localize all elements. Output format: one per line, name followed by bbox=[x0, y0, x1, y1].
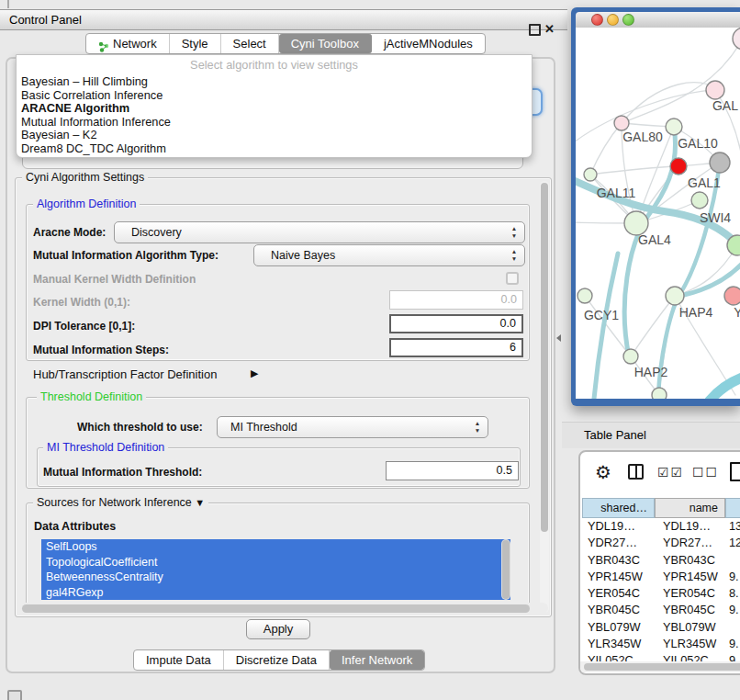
tab-select[interactable]: Select bbox=[221, 34, 279, 53]
scrollbar-thumb[interactable] bbox=[502, 540, 510, 599]
tab-network[interactable]: Network bbox=[86, 34, 170, 53]
attribute-item[interactable]: BetweennessCentrality bbox=[41, 570, 510, 585]
divider-collapse-icon[interactable] bbox=[556, 334, 561, 342]
network-node-label: HAP4 bbox=[679, 305, 713, 320]
columns-icon[interactable] bbox=[628, 464, 644, 480]
column-header-name[interactable]: name bbox=[655, 498, 725, 518]
attribute-item[interactable]: TopologicalCoefficient bbox=[41, 555, 510, 570]
table-cell: YBR045C bbox=[588, 602, 640, 618]
tab-infer-network[interactable]: Infer Network bbox=[330, 650, 424, 670]
mi-threshold-group-title: MI Threshold Definition bbox=[43, 441, 168, 454]
table-row[interactable]: YLR345WYLR345W9. bbox=[580, 636, 740, 652]
table-row[interactable]: YDR27…YDR27…12 bbox=[580, 535, 740, 551]
float-window-icon[interactable] bbox=[529, 24, 541, 36]
tab-cyni-toolbox[interactable]: Cyni Toolbox bbox=[279, 34, 372, 53]
network-window[interactable]: GALGAL80GAL10GAL1GAL11SWI4GAL4GCY1HAP4YH… bbox=[571, 7, 740, 406]
mi-steps-field[interactable]: 6 bbox=[389, 338, 523, 357]
table-row[interactable]: YER054CYER054C8. bbox=[580, 585, 740, 602]
dpi-tolerance-field[interactable]: 0.0 bbox=[389, 314, 523, 333]
manual-kernel-checkbox[interactable] bbox=[506, 272, 519, 285]
attributes-scrollbar-track[interactable] bbox=[501, 539, 510, 600]
table-cell: YBR045C bbox=[663, 602, 715, 618]
scrollbar-thumb[interactable] bbox=[22, 604, 530, 613]
mi-threshold-field[interactable]: 0.5 bbox=[386, 461, 519, 480]
tab-style[interactable]: Style bbox=[170, 34, 221, 53]
network-node-label: GAL bbox=[712, 98, 738, 113]
table-cell: YDL19… bbox=[588, 518, 635, 535]
algorithm-definition-title: Algorithm Definition bbox=[33, 198, 140, 210]
table-header: shared… name bbox=[580, 498, 740, 518]
expand-down-icon[interactable]: ▼ bbox=[195, 497, 205, 508]
scrollbar-thumb[interactable] bbox=[584, 663, 740, 671]
export-table-icon[interactable] bbox=[730, 462, 740, 481]
network-canvas[interactable]: GALGAL80GAL10GAL1GAL11SWI4GAL4GCY1HAP4YH… bbox=[576, 28, 740, 399]
network-node[interactable] bbox=[577, 288, 592, 303]
network-node-label: GAL80 bbox=[622, 130, 663, 144]
network-edge bbox=[590, 123, 622, 175]
tab-jactivemnodules[interactable]: jActiveMNodules bbox=[372, 34, 485, 53]
column-header-shared-name[interactable]: shared… bbox=[582, 498, 655, 518]
network-window-titlebar[interactable] bbox=[576, 12, 740, 28]
network-node[interactable] bbox=[666, 287, 684, 305]
deselect-all-icon[interactable]: ☐☐ bbox=[692, 465, 719, 480]
algorithm-option[interactable]: Basic Correlation Inference bbox=[17, 89, 532, 103]
close-traffic-light[interactable] bbox=[591, 14, 603, 26]
network-node[interactable] bbox=[706, 81, 724, 99]
network-node[interactable] bbox=[670, 158, 687, 175]
algorithm-option[interactable]: Mutual Information Inference bbox=[17, 116, 532, 130]
gear-icon[interactable]: ⚙ bbox=[595, 461, 611, 483]
settings-hscrollbar-track[interactable] bbox=[18, 603, 548, 614]
table-row[interactable]: YBR043CYBR043C bbox=[580, 552, 740, 569]
tab-impute-data[interactable]: Impute Data bbox=[134, 650, 224, 670]
network-node[interactable] bbox=[614, 116, 629, 130]
network-node[interactable] bbox=[710, 152, 730, 173]
network-node-label: HAP2 bbox=[634, 365, 668, 379]
settings-scrollbar-track[interactable] bbox=[540, 181, 549, 613]
network-node[interactable] bbox=[733, 28, 740, 50]
network-edge bbox=[594, 254, 618, 399]
table-cell: YPR145W bbox=[663, 569, 718, 585]
network-edge bbox=[658, 163, 720, 395]
aracne-mode-combo[interactable]: Discovery ▲▼ bbox=[114, 221, 525, 243]
table-row[interactable]: YIL052CYIL052C9. bbox=[580, 652, 740, 661]
network-node[interactable] bbox=[666, 119, 682, 135]
network-node[interactable] bbox=[652, 388, 667, 399]
which-threshold-value: MI Threshold bbox=[218, 421, 297, 434]
algorithm-option[interactable]: Bayesian – Hill Climbing bbox=[17, 75, 532, 89]
dock-icon[interactable] bbox=[7, 690, 22, 700]
network-node[interactable] bbox=[724, 287, 740, 305]
kernel-width-field[interactable]: 0.0 bbox=[389, 290, 523, 310]
select-all-icon[interactable]: ☑☑ bbox=[657, 465, 684, 480]
algorithm-option[interactable]: Dream8 DC_TDC Algorithm bbox=[17, 142, 532, 156]
network-node[interactable] bbox=[691, 192, 708, 209]
combo-arrows-icon: ▲▼ bbox=[510, 248, 518, 263]
minimize-traffic-light[interactable] bbox=[607, 14, 619, 26]
column-header-clipped[interactable] bbox=[725, 498, 740, 518]
table-hscrollbar-track[interactable] bbox=[580, 661, 740, 672]
aracne-mode-label: Aracne Mode: bbox=[33, 226, 106, 239]
close-icon[interactable]: ✕ bbox=[544, 21, 555, 38]
tab-discretize-data[interactable]: Discretize Data bbox=[224, 650, 330, 670]
tab-label: Cyni Toolbox bbox=[291, 34, 359, 53]
table-row[interactable]: YPR145WYPR145W9. bbox=[580, 569, 740, 585]
table-row[interactable]: YBR045CYBR045C9. bbox=[580, 602, 740, 618]
attribute-item[interactable]: gal4RGexp bbox=[41, 585, 510, 601]
table-row[interactable]: YBL079WYBL079W bbox=[580, 619, 740, 636]
mi-type-combo[interactable]: Naive Bayes ▲▼ bbox=[253, 244, 525, 266]
algorithm-option[interactable]: ARACNE Algorithm bbox=[17, 102, 532, 116]
network-node[interactable] bbox=[584, 168, 597, 181]
expand-right-icon[interactable]: ▶ bbox=[251, 367, 258, 379]
algorithm-dropdown-prompt: Select algorithm to view settings bbox=[17, 58, 532, 72]
attribute-item[interactable]: SelfLoops bbox=[41, 539, 510, 555]
scrollbar-thumb[interactable] bbox=[541, 183, 548, 532]
network-node[interactable] bbox=[623, 349, 638, 364]
table-cell: YBR043C bbox=[588, 552, 640, 569]
table-toolbar: ⚙ ☑☑ ☐☐ bbox=[580, 457, 740, 494]
zoom-traffic-light[interactable] bbox=[622, 14, 634, 26]
apply-button[interactable]: Apply bbox=[246, 619, 310, 639]
which-threshold-combo[interactable]: MI Threshold ▲▼ bbox=[217, 416, 488, 438]
tab-label: Discretize Data bbox=[236, 650, 317, 670]
data-attributes-label: Data Attributes bbox=[34, 520, 116, 533]
table-row[interactable]: YDL19…YDL19…13 bbox=[580, 518, 740, 535]
algorithm-option[interactable]: Bayesian – K2 bbox=[17, 129, 532, 142]
